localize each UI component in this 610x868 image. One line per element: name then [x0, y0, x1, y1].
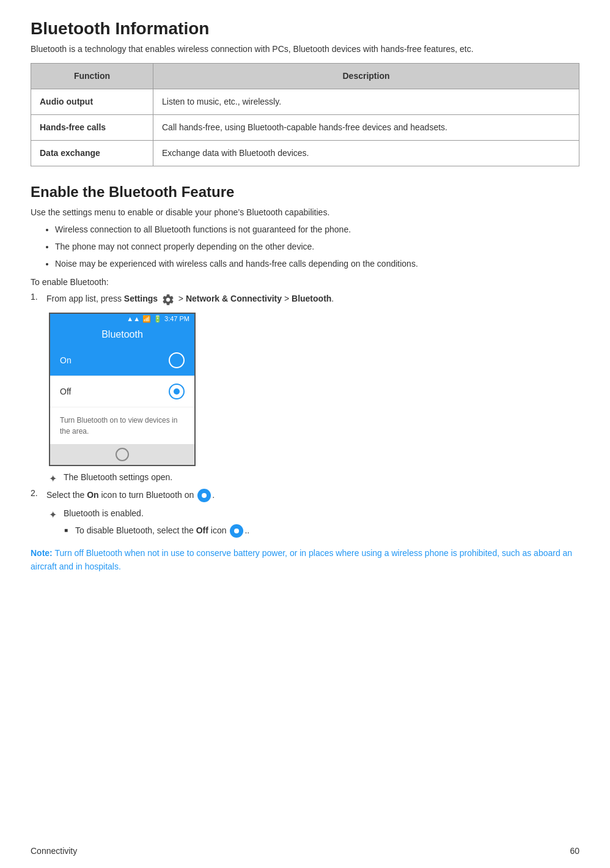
note-text: Turn off Bluetooth when not in use to co…: [31, 548, 572, 571]
page-number: 60: [570, 846, 579, 856]
bluetooth-info-title: Bluetooth Information: [31, 18, 579, 39]
bluetooth-info-intro: Bluetooth is a technology that enables w…: [31, 43, 579, 56]
wifi-icon: 📶: [142, 315, 151, 323]
phone-header: Bluetooth: [50, 324, 194, 345]
footer-connectivity-label: Connectivity: [31, 846, 77, 856]
list-item: The phone may not connect properly depen…: [55, 240, 579, 254]
diamond-icon-2: ✦: [49, 509, 59, 521]
table-row: Hands-free callsCall hands-free, using B…: [31, 114, 579, 140]
enable-bluetooth-title: Enable the Bluetooth Feature: [31, 184, 579, 201]
phone-on-item[interactable]: On: [50, 345, 194, 376]
table-header-function: Function: [31, 63, 153, 89]
phone-info-text: Turn Bluetooth on to view devices in the…: [50, 407, 194, 444]
table-row: Data exchangeExchange data with Bluetoot…: [31, 140, 579, 166]
enable-bluetooth-section: Enable the Bluetooth Feature Use the set…: [31, 184, 579, 574]
battery-icon: 🔋: [153, 315, 162, 323]
phone-screenshot: ▲▲ 📶 🔋 3:47 PM Bluetooth On Off Turn Blu…: [49, 313, 196, 466]
square-icon: ■: [64, 527, 70, 533]
table-cell-description: Call hands-free, using Bluetooth-capable…: [153, 114, 579, 140]
phone-off-item[interactable]: Off: [50, 376, 194, 407]
result-1-bullet: ✦ The Bluetooth settings open.: [49, 472, 579, 484]
step-2-row: 2. Select the On icon to turn Bluetooth …: [31, 488, 579, 502]
sub-bullet-text: To disable Bluetooth, select the Off ico…: [75, 524, 249, 538]
sub-bullet-disable: ■ To disable Bluetooth, select the Off i…: [64, 524, 579, 538]
table-cell-function: Data exchange: [31, 140, 153, 166]
signal-icon: ▲▲: [127, 315, 140, 322]
result-1-text: The Bluetooth settings open.: [64, 472, 172, 482]
table-row: Audio outputListen to music, etc., wirel…: [31, 89, 579, 114]
step-1-text: From app list, press Settings > Network …: [46, 292, 579, 306]
table-cell-description: Listen to music, etc., wirelessly.: [153, 89, 579, 114]
settings-icon: [161, 293, 175, 306]
table-cell-function: Hands-free calls: [31, 114, 153, 140]
step-2-text: Select the On icon to turn Bluetooth on …: [46, 488, 579, 502]
phone-header-title: Bluetooth: [101, 329, 143, 339]
list-item: Wireless connection to all Bluetooth fun…: [55, 223, 579, 237]
note-label: Note:: [31, 548, 53, 558]
bluetooth-info-table: Function Description Audio outputListen …: [31, 63, 579, 166]
enable-bluetooth-intro: Use the settings menu to enable or disab…: [31, 206, 579, 219]
table-cell-description: Exchange data with Bluetooth devices.: [153, 140, 579, 166]
result-2-bullet: ✦ Bluetooth is enabled.: [49, 508, 579, 521]
phone-footer-bar: [50, 444, 194, 465]
table-header-description: Description: [153, 63, 579, 89]
off-toggle[interactable]: [169, 384, 185, 399]
diamond-icon: ✦: [49, 473, 59, 484]
toggle-circle-inner: [174, 388, 180, 395]
result-2-text: Bluetooth is enabled.: [64, 508, 144, 518]
step-1-row: 1. From app list, press Settings > Netwo…: [31, 292, 579, 306]
phone-on-label: On: [60, 355, 72, 365]
on-toggle[interactable]: [169, 352, 185, 368]
on-icon: [197, 489, 211, 502]
off-icon-inline: [230, 524, 243, 538]
phone-status-bar: ▲▲ 📶 🔋 3:47 PM: [50, 314, 194, 324]
bluetooth-bullets: Wireless connection to all Bluetooth fun…: [55, 223, 579, 271]
list-item: Noise may be experienced with wireless c…: [55, 257, 579, 272]
page-footer: Connectivity 60: [31, 846, 579, 856]
note-paragraph: Note: Turn off Bluetooth when not in use…: [31, 546, 579, 574]
table-cell-function: Audio output: [31, 89, 153, 114]
to-enable-label: To enable Bluetooth:: [31, 277, 579, 287]
phone-off-label: Off: [60, 387, 71, 396]
phone-home-button[interactable]: [116, 448, 129, 461]
step-2-num: 2.: [31, 488, 43, 498]
bluetooth-info-section: Bluetooth Information Bluetooth is a tec…: [31, 18, 579, 166]
status-time: 3:47 PM: [164, 315, 189, 322]
step-1-num: 1.: [31, 292, 43, 302]
